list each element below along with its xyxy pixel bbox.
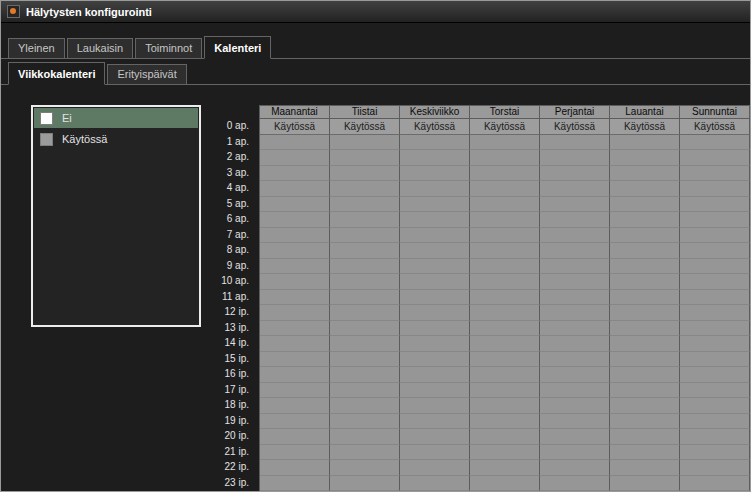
calendar-cell[interactable] bbox=[680, 414, 750, 430]
calendar-cell[interactable]: Käytössä bbox=[540, 119, 610, 135]
calendar-cell[interactable] bbox=[470, 228, 540, 244]
calendar-cell[interactable] bbox=[260, 414, 330, 430]
calendar-cell[interactable] bbox=[610, 290, 680, 306]
calendar-cell[interactable] bbox=[330, 290, 400, 306]
calendar-cell[interactable] bbox=[610, 150, 680, 166]
calendar-cell[interactable] bbox=[610, 460, 680, 476]
calendar-cell[interactable] bbox=[610, 414, 680, 430]
calendar-cell[interactable] bbox=[680, 460, 750, 476]
calendar-cell[interactable] bbox=[400, 383, 470, 399]
calendar-cell[interactable] bbox=[330, 383, 400, 399]
calendar-cell[interactable] bbox=[400, 367, 470, 383]
calendar-cell[interactable] bbox=[470, 429, 540, 445]
calendar-cell[interactable] bbox=[540, 336, 610, 352]
calendar-cell[interactable] bbox=[680, 336, 750, 352]
calendar-cell[interactable] bbox=[540, 228, 610, 244]
calendar-cell[interactable] bbox=[260, 445, 330, 461]
calendar-cell[interactable] bbox=[610, 274, 680, 290]
calendar-cell[interactable] bbox=[540, 398, 610, 414]
calendar-cell[interactable] bbox=[610, 228, 680, 244]
calendar-cell[interactable] bbox=[680, 243, 750, 259]
calendar-cell[interactable] bbox=[330, 305, 400, 321]
calendar-cell[interactable] bbox=[610, 383, 680, 399]
calendar-cell[interactable] bbox=[680, 383, 750, 399]
calendar-cell[interactable] bbox=[330, 429, 400, 445]
calendar-cell[interactable] bbox=[470, 212, 540, 228]
calendar-cell[interactable] bbox=[400, 181, 470, 197]
calendar-cell[interactable] bbox=[470, 305, 540, 321]
calendar-cell[interactable] bbox=[680, 197, 750, 213]
calendar-cell[interactable] bbox=[680, 305, 750, 321]
calendar-cell[interactable] bbox=[540, 166, 610, 182]
calendar-cell[interactable] bbox=[400, 476, 470, 492]
calendar-cell[interactable] bbox=[330, 367, 400, 383]
legend-item-kaytossa[interactable]: Käytössä bbox=[34, 129, 198, 149]
calendar-cell[interactable] bbox=[400, 274, 470, 290]
calendar-cell[interactable] bbox=[330, 460, 400, 476]
calendar-cell[interactable] bbox=[330, 259, 400, 275]
calendar-cell[interactable] bbox=[680, 398, 750, 414]
calendar-cell[interactable] bbox=[330, 243, 400, 259]
calendar-cell[interactable] bbox=[610, 212, 680, 228]
calendar-cell[interactable] bbox=[540, 290, 610, 306]
calendar-cell[interactable] bbox=[540, 197, 610, 213]
calendar-cell[interactable] bbox=[330, 352, 400, 368]
calendar-cell[interactable] bbox=[610, 476, 680, 492]
calendar-cell[interactable] bbox=[610, 321, 680, 337]
calendar-cell[interactable] bbox=[260, 181, 330, 197]
calendar-cell[interactable] bbox=[260, 398, 330, 414]
calendar-cell[interactable] bbox=[610, 367, 680, 383]
calendar-cell[interactable] bbox=[470, 414, 540, 430]
calendar-cell[interactable] bbox=[330, 228, 400, 244]
calendar-cell[interactable] bbox=[540, 460, 610, 476]
calendar-cell[interactable] bbox=[400, 259, 470, 275]
calendar-cell[interactable] bbox=[540, 212, 610, 228]
calendar-cell[interactable] bbox=[330, 197, 400, 213]
calendar-cell[interactable]: Käytössä bbox=[610, 119, 680, 135]
calendar-cell[interactable] bbox=[400, 429, 470, 445]
calendar-cell[interactable] bbox=[330, 181, 400, 197]
calendar-cell[interactable] bbox=[610, 336, 680, 352]
calendar-cell[interactable] bbox=[470, 367, 540, 383]
calendar-cell[interactable] bbox=[260, 429, 330, 445]
calendar-cell[interactable]: Käytössä bbox=[680, 119, 750, 135]
tab-viikkokalenteri[interactable]: Viikkokalenteri bbox=[8, 62, 105, 85]
calendar-cell[interactable] bbox=[540, 150, 610, 166]
calendar-cell[interactable] bbox=[610, 243, 680, 259]
calendar-cell[interactable] bbox=[540, 274, 610, 290]
calendar-cell[interactable] bbox=[470, 445, 540, 461]
calendar-cell[interactable] bbox=[330, 414, 400, 430]
calendar-cell[interactable] bbox=[610, 181, 680, 197]
calendar-cell[interactable] bbox=[680, 228, 750, 244]
calendar-cell[interactable] bbox=[540, 383, 610, 399]
calendar-cell[interactable] bbox=[680, 181, 750, 197]
calendar-cell[interactable] bbox=[330, 445, 400, 461]
calendar-cell[interactable] bbox=[260, 383, 330, 399]
calendar-cell[interactable] bbox=[610, 445, 680, 461]
calendar-cell[interactable] bbox=[470, 321, 540, 337]
calendar-cell[interactable] bbox=[680, 259, 750, 275]
calendar-cell[interactable] bbox=[330, 150, 400, 166]
calendar-cell[interactable] bbox=[680, 290, 750, 306]
calendar-cell[interactable] bbox=[470, 383, 540, 399]
calendar-cell[interactable] bbox=[470, 197, 540, 213]
calendar-cell[interactable] bbox=[540, 476, 610, 492]
calendar-cell[interactable] bbox=[400, 228, 470, 244]
calendar-cell[interactable] bbox=[470, 243, 540, 259]
calendar-cell[interactable] bbox=[470, 259, 540, 275]
calendar-cell[interactable] bbox=[400, 336, 470, 352]
calendar-cell[interactable] bbox=[260, 259, 330, 275]
calendar-cell[interactable] bbox=[680, 166, 750, 182]
calendar-cell[interactable] bbox=[400, 290, 470, 306]
calendar-cell[interactable] bbox=[610, 398, 680, 414]
calendar-cell[interactable] bbox=[470, 166, 540, 182]
calendar-cell[interactable] bbox=[400, 398, 470, 414]
calendar-cell[interactable] bbox=[400, 212, 470, 228]
calendar-cell[interactable] bbox=[330, 476, 400, 492]
calendar-cell[interactable] bbox=[330, 166, 400, 182]
calendar-cell[interactable] bbox=[540, 135, 610, 151]
tab-toiminnot[interactable]: Toiminnot bbox=[135, 38, 202, 58]
tab-yleinen[interactable]: Yleinen bbox=[8, 38, 65, 58]
calendar-cell[interactable] bbox=[330, 274, 400, 290]
calendar-cell[interactable] bbox=[400, 150, 470, 166]
